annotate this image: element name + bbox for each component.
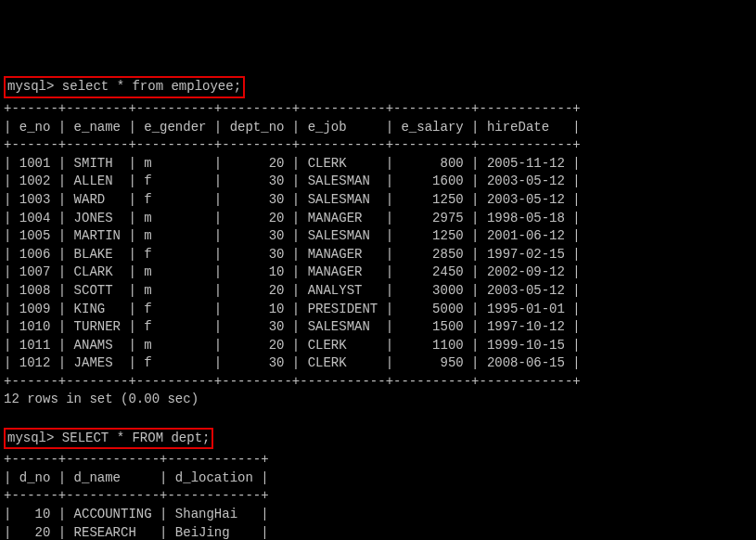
table-row: | 1010 | TURNER | f | 30 | SALESMAN | 15… <box>4 318 752 337</box>
mysql-prompt: mysql> <box>7 431 54 445</box>
prompt-line[interactable]: mysql> select * from employee; <box>4 76 752 98</box>
sql-query: select * from employee; <box>62 79 241 94</box>
table-row: | 1003 | WARD | f | 30 | SALESMAN | 1250… <box>4 191 752 210</box>
table-row: | 1012 | JAMES | f | 30 | CLERK | 950 | … <box>4 354 752 373</box>
sql-query: SELECT * FROM dept; <box>62 431 211 445</box>
highlight-annotation: mysql> select * from employee; <box>4 76 245 98</box>
table-separator: +------+------------+------------+ <box>4 487 752 506</box>
result-footer: 12 rows in set (0.00 sec) <box>4 391 752 409</box>
table-row: | 1008 | SCOTT | m | 20 | ANALYST | 3000… <box>4 282 752 301</box>
table-row: | 1004 | JONES | m | 20 | MANAGER | 2975… <box>4 210 752 228</box>
table-row: | 1001 | SMITH | m | 20 | CLERK | 800 | … <box>4 155 752 174</box>
table-separator: +------+--------+----------+---------+--… <box>4 373 752 392</box>
table-row: | 20 | RESEARCH | BeiJing | <box>4 524 752 540</box>
mysql-terminal[interactable]: mysql> select * from employee;+------+--… <box>4 76 752 540</box>
mysql-prompt: mysql> <box>7 79 54 94</box>
table-row: | 1011 | ANAMS | m | 20 | CLERK | 1100 |… <box>4 337 752 355</box>
table-row: | 1005 | MARTIN | m | 30 | SALESMAN | 12… <box>4 227 752 246</box>
table-row: | 1006 | BLAKE | f | 30 | MANAGER | 2850… <box>4 246 752 264</box>
table-header: | e_no | e_name | e_gender | dept_no | e… <box>4 119 752 137</box>
table-separator: +------+--------+----------+---------+--… <box>4 100 752 119</box>
table-separator: +------+--------+----------+---------+--… <box>4 136 752 155</box>
prompt-line[interactable]: mysql> SELECT * FROM dept; <box>4 428 752 450</box>
table-row: | 1009 | KING | f | 10 | PRESIDENT | 500… <box>4 301 752 319</box>
highlight-annotation: mysql> SELECT * FROM dept; <box>4 428 213 450</box>
table-row: | 1007 | CLARK | m | 10 | MANAGER | 2450… <box>4 264 752 282</box>
table-separator: +------+------------+------------+ <box>4 451 752 469</box>
table-row: | 1002 | ALLEN | f | 30 | SALESMAN | 160… <box>4 173 752 191</box>
table-header: | d_no | d_name | d_location | <box>4 469 752 488</box>
table-row: | 10 | ACCOUNTING | ShangHai | <box>4 506 752 524</box>
blank-line <box>4 409 752 428</box>
